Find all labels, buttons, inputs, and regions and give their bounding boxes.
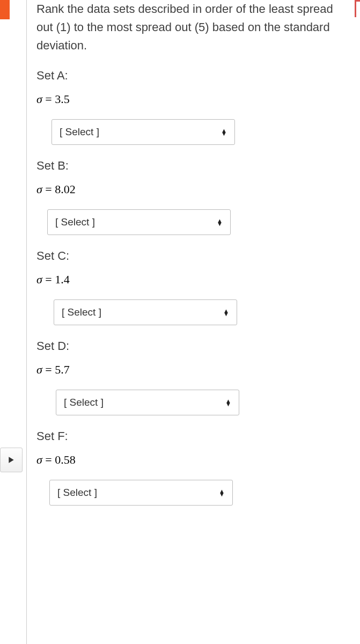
set-a-sigma: σ = 3.5 xyxy=(36,92,339,106)
expand-button[interactable] xyxy=(0,448,23,472)
right-corner-marker xyxy=(355,0,360,17)
set-b-select[interactable]: [ Select ] ▲▼ xyxy=(47,209,231,235)
set-b-block: Set B: σ = 8.02 [ Select ] ▲▼ xyxy=(36,159,339,235)
svg-marker-0 xyxy=(9,457,13,463)
set-a-label: Set A: xyxy=(36,69,339,83)
set-c-label: Set C: xyxy=(36,249,339,263)
select-placeholder: [ Select ] xyxy=(57,487,97,499)
select-placeholder: [ Select ] xyxy=(62,306,101,318)
set-b-label: Set B: xyxy=(36,159,339,173)
set-b-sigma-value: 8.02 xyxy=(55,182,76,196)
set-c-select[interactable]: [ Select ] ▲▼ xyxy=(54,299,237,325)
updown-icon: ▲▼ xyxy=(223,309,229,316)
set-b-sigma: σ = 8.02 xyxy=(36,182,339,196)
set-f-block: Set F: σ = 0.58 [ Select ] ▲▼ xyxy=(36,429,339,506)
set-d-sigma-value: 5.7 xyxy=(55,363,70,376)
question-marker xyxy=(0,0,10,19)
set-d-block: Set D: σ = 5.7 [ Select ] ▲▼ xyxy=(36,339,339,415)
play-icon xyxy=(8,456,14,464)
question-content: Rank the data sets described in order of… xyxy=(36,0,339,519)
select-placeholder: [ Select ] xyxy=(55,216,95,228)
set-a-select[interactable]: [ Select ] ▲▼ xyxy=(52,119,235,145)
set-a-sigma-value: 3.5 xyxy=(55,92,70,106)
set-d-select[interactable]: [ Select ] ▲▼ xyxy=(56,390,239,415)
set-a-block: Set A: σ = 3.5 [ Select ] ▲▼ xyxy=(36,69,339,145)
updown-icon: ▲▼ xyxy=(217,219,223,225)
set-f-label: Set F: xyxy=(36,429,339,443)
question-text: Rank the data sets described in order of… xyxy=(36,0,339,55)
select-placeholder: [ Select ] xyxy=(64,397,104,408)
updown-icon: ▲▼ xyxy=(225,399,231,406)
left-rail xyxy=(0,0,27,644)
set-f-select[interactable]: [ Select ] ▲▼ xyxy=(49,480,233,506)
set-f-sigma-value: 0.58 xyxy=(55,453,76,466)
set-c-sigma-value: 1.4 xyxy=(55,273,70,286)
set-f-sigma: σ = 0.58 xyxy=(36,453,339,467)
set-d-sigma: σ = 5.7 xyxy=(36,363,339,377)
set-d-label: Set D: xyxy=(36,339,339,353)
set-c-sigma: σ = 1.4 xyxy=(36,273,339,287)
select-placeholder: [ Select ] xyxy=(60,126,99,138)
set-c-block: Set C: σ = 1.4 [ Select ] ▲▼ xyxy=(36,249,339,325)
updown-icon: ▲▼ xyxy=(219,489,225,496)
updown-icon: ▲▼ xyxy=(221,129,227,135)
